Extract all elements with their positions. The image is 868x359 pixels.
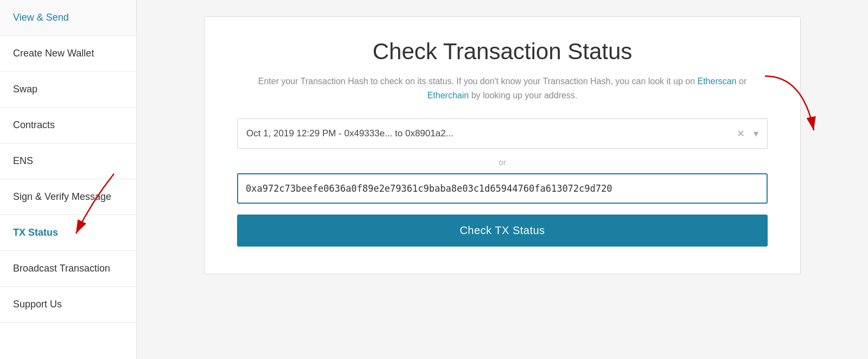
description-text-3: by looking up your address. <box>469 91 577 100</box>
hash-input-wrapper <box>237 173 768 204</box>
sidebar-item-sign-verify[interactable]: Sign & Verify Message <box>0 179 136 215</box>
sidebar-item-broadcast[interactable]: Broadcast Transaction <box>0 251 136 287</box>
dropdown-controls: ✕ ▾ <box>735 127 761 141</box>
hash-input[interactable] <box>238 174 767 203</box>
page-description: Enter your Transaction Hash to check on … <box>237 74 768 102</box>
main-content: Check Transaction Status Enter your Tran… <box>137 0 868 359</box>
etherchain-link[interactable]: Etherchain <box>427 91 469 100</box>
page-title: Check Transaction Status <box>237 39 768 65</box>
sidebar-item-create-new-wallet[interactable]: Create New Wallet <box>0 36 136 72</box>
check-tx-status-button[interactable]: Check TX Status <box>237 215 768 247</box>
transaction-dropdown[interactable]: Oct 1, 2019 12:29 PM - 0x49333e... to 0x… <box>237 118 768 149</box>
sidebar-item-ens[interactable]: ENS <box>0 143 136 179</box>
sidebar: View & SendCreate New WalletSwapContract… <box>0 0 137 359</box>
chevron-down-icon[interactable]: ▾ <box>751 127 761 141</box>
etherscan-link[interactable]: Etherscan <box>697 77 736 86</box>
sidebar-item-contracts[interactable]: Contracts <box>0 108 136 143</box>
sidebar-item-swap[interactable]: Swap <box>0 72 136 108</box>
sidebar-item-tx-status[interactable]: TX Status <box>0 215 136 251</box>
dropdown-value: Oct 1, 2019 12:29 PM - 0x49333e... to 0x… <box>244 128 735 139</box>
sidebar-item-support-us[interactable]: Support Us <box>0 287 136 323</box>
or-divider: or <box>237 158 768 167</box>
clear-icon[interactable]: ✕ <box>735 127 747 141</box>
description-text-1: Enter your Transaction Hash to check on … <box>258 77 698 86</box>
content-card: Check Transaction Status Enter your Tran… <box>204 16 801 274</box>
sidebar-item-view-send[interactable]: View & Send <box>0 0 136 36</box>
description-text-2: or <box>737 77 747 86</box>
